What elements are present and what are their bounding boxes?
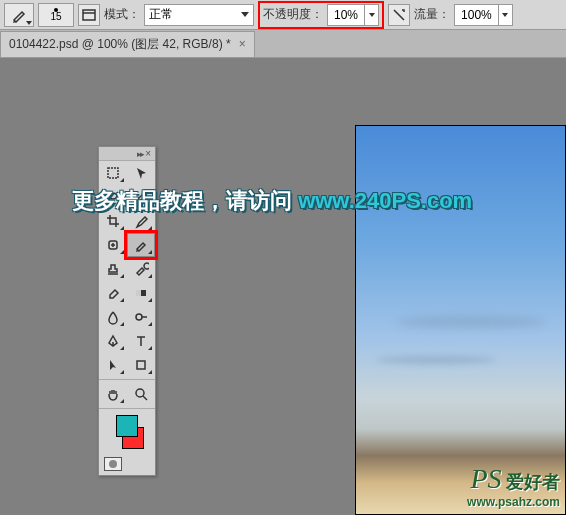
- history-brush-icon: [133, 261, 149, 277]
- path-select-tool[interactable]: [99, 353, 127, 377]
- move-icon: [133, 165, 149, 181]
- dodge-tool[interactable]: [127, 305, 155, 329]
- svg-rect-6: [136, 290, 141, 296]
- zoom-tool[interactable]: [127, 382, 155, 406]
- quick-mask-toggle[interactable]: [99, 453, 127, 475]
- chevron-down-icon: [241, 12, 249, 17]
- flow-value: 100%: [455, 8, 498, 22]
- watermark-cn: 爱好者: [506, 472, 560, 492]
- svg-point-9: [136, 389, 144, 397]
- quick-mask-icon: [104, 457, 122, 471]
- blend-mode-value: 正常: [149, 6, 173, 23]
- healing-tool[interactable]: [99, 233, 127, 257]
- type-tool[interactable]: [127, 329, 155, 353]
- flow-input[interactable]: 100%: [454, 4, 513, 26]
- watermark: PS 爱好者 www.psahz.com: [467, 463, 560, 509]
- dodge-icon: [133, 309, 149, 325]
- stamp-icon: [105, 261, 121, 277]
- collapse-icon[interactable]: ▸▸: [137, 149, 143, 159]
- brush-icon: [133, 237, 149, 253]
- foreground-color[interactable]: [116, 415, 138, 437]
- move-tool[interactable]: [127, 161, 155, 185]
- separator: [99, 408, 155, 409]
- opacity-label: 不透明度：: [263, 6, 323, 23]
- overlay-url: www.240PS.com: [298, 188, 472, 213]
- overlay-text: 更多精品教程，请访问: [72, 188, 298, 213]
- marquee-tool[interactable]: [99, 161, 127, 185]
- tablet-pressure-opacity[interactable]: [388, 4, 410, 26]
- marquee-icon: [105, 165, 121, 181]
- flow-label: 流量：: [414, 6, 450, 23]
- svg-point-7: [136, 314, 142, 320]
- document-tab[interactable]: 0104422.psd @ 100% (图层 42, RGB/8) * ×: [0, 31, 255, 57]
- stamp-tool[interactable]: [99, 257, 127, 281]
- color-swatches: [99, 411, 155, 453]
- chevron-down-icon[interactable]: [364, 5, 378, 25]
- brush-preset-picker[interactable]: 15: [38, 3, 74, 27]
- tablet-icon: [391, 7, 407, 23]
- blend-mode-select[interactable]: 正常: [144, 4, 254, 26]
- brush-icon: [11, 7, 27, 23]
- brush-panel-toggle[interactable]: [78, 4, 100, 26]
- brush-size-value: 15: [50, 12, 61, 22]
- opacity-group-highlight: 不透明度： 10%: [258, 1, 384, 29]
- hand-tool[interactable]: [99, 382, 127, 406]
- zoom-icon: [133, 386, 149, 402]
- separator: [99, 379, 155, 380]
- watermark-logo: PS: [470, 463, 501, 495]
- svg-rect-8: [137, 361, 145, 369]
- opacity-input[interactable]: 10%: [327, 4, 379, 26]
- pen-icon: [105, 333, 121, 349]
- overlay-caption: 更多精品教程，请访问 www.240PS.com: [72, 186, 472, 216]
- eraser-tool[interactable]: [99, 281, 127, 305]
- document-tab-title: 0104422.psd @ 100% (图层 42, RGB/8) *: [9, 36, 231, 53]
- options-bar: 15 模式： 正常 不透明度： 10% 流量： 100%: [0, 0, 566, 30]
- tools-panel-header[interactable]: ▸▸ ×: [99, 147, 155, 161]
- svg-rect-0: [83, 10, 95, 20]
- brush-tool[interactable]: [127, 233, 155, 257]
- decorative-cloud: [376, 356, 496, 364]
- path-select-icon: [105, 357, 121, 373]
- blur-icon: [105, 309, 121, 325]
- chevron-down-icon[interactable]: [498, 5, 512, 25]
- close-icon[interactable]: ×: [239, 37, 246, 51]
- decorative-cloud: [396, 316, 546, 328]
- watermark-url: www.psahz.com: [467, 495, 560, 509]
- svg-rect-2: [108, 168, 118, 178]
- history-brush-tool[interactable]: [127, 257, 155, 281]
- canvas[interactable]: [355, 125, 566, 515]
- pen-tool[interactable]: [99, 329, 127, 353]
- gradient-tool[interactable]: [127, 281, 155, 305]
- healing-icon: [105, 237, 121, 253]
- mode-label: 模式：: [104, 6, 140, 23]
- hand-icon: [105, 386, 121, 402]
- document-tab-bar: 0104422.psd @ 100% (图层 42, RGB/8) * ×: [0, 30, 566, 58]
- chevron-down-icon: [26, 21, 32, 25]
- gradient-icon: [133, 285, 149, 301]
- close-icon[interactable]: ×: [145, 148, 151, 159]
- shape-icon: [133, 357, 149, 373]
- panel-icon: [81, 7, 97, 23]
- eraser-icon: [105, 285, 121, 301]
- tool-preset-picker[interactable]: [4, 3, 34, 27]
- opacity-value: 10%: [328, 8, 364, 22]
- type-icon: [133, 333, 149, 349]
- shape-tool[interactable]: [127, 353, 155, 377]
- blur-tool[interactable]: [99, 305, 127, 329]
